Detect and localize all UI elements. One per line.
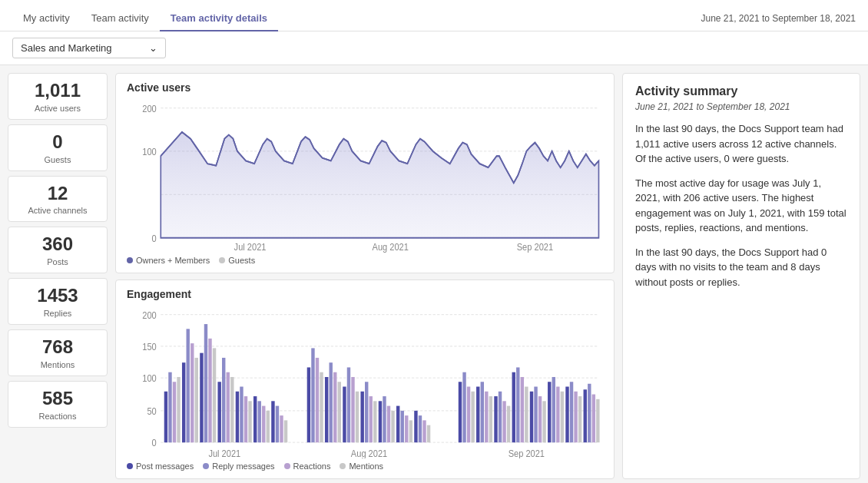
engagement-chart-area: 200 150 100 50 0	[127, 305, 603, 459]
svg-rect-50	[316, 357, 319, 442]
svg-rect-89	[516, 367, 519, 442]
stat-guests: 0 Guests	[8, 124, 108, 171]
svg-rect-82	[485, 391, 488, 442]
active-users-chart-card: Active users 200 100 0	[115, 73, 615, 273]
chevron-down-icon: ⌄	[149, 42, 157, 54]
svg-rect-42	[262, 405, 265, 442]
svg-rect-39	[248, 401, 251, 442]
svg-rect-37	[240, 386, 243, 442]
svg-rect-69	[401, 410, 404, 442]
svg-rect-58	[351, 376, 354, 442]
team-dropdown-value: Sales and Marketing	[21, 42, 112, 54]
stat-posts: 360 Posts	[8, 227, 108, 273]
legend-label-mentions: Mentions	[349, 461, 383, 471]
svg-text:100: 100	[142, 372, 157, 384]
stat-active-channels: 12 Active channels	[8, 176, 108, 223]
svg-rect-51	[320, 372, 323, 442]
svg-rect-77	[462, 372, 465, 442]
svg-rect-78	[467, 386, 470, 442]
legend-label-owners: Owners + Members	[136, 256, 210, 265]
svg-rect-81	[481, 382, 484, 442]
stat-replies-label: Replies	[18, 309, 98, 318]
svg-rect-64	[379, 401, 382, 442]
svg-rect-29	[204, 324, 207, 442]
summary-paragraph-2: The most active day for usage was July 1…	[635, 176, 847, 236]
legend-mentions: Mentions	[340, 461, 383, 471]
svg-rect-41	[258, 401, 261, 442]
charts-panel: Active users 200 100 0	[115, 73, 615, 479]
svg-rect-59	[356, 391, 359, 442]
svg-rect-72	[414, 410, 417, 442]
svg-rect-90	[521, 376, 524, 442]
svg-rect-70	[405, 415, 408, 442]
svg-rect-106	[592, 394, 595, 442]
svg-rect-107	[596, 399, 599, 442]
svg-rect-65	[383, 396, 386, 442]
legend-post-messages: Post messages	[127, 461, 194, 471]
stat-active-users-label: Active users	[18, 104, 98, 113]
svg-rect-24	[182, 362, 185, 442]
svg-rect-49	[311, 348, 314, 442]
svg-rect-92	[530, 391, 533, 442]
svg-rect-25	[187, 329, 190, 442]
svg-rect-68	[396, 405, 399, 442]
svg-rect-56	[343, 386, 346, 442]
svg-rect-34	[227, 372, 230, 442]
svg-rect-44	[271, 401, 274, 442]
svg-text:200: 200	[142, 103, 157, 114]
svg-rect-85	[499, 391, 502, 442]
svg-text:100: 100	[142, 146, 157, 157]
svg-rect-73	[419, 415, 422, 442]
svg-rect-45	[276, 405, 279, 442]
tab-team-activity[interactable]: Team activity	[81, 6, 160, 31]
legend-dot-reactions	[284, 463, 290, 469]
engagement-chart-title: Engagement	[127, 288, 603, 300]
stat-reactions-label: Reactions	[18, 412, 98, 421]
svg-rect-80	[476, 386, 479, 442]
svg-rect-26	[190, 343, 194, 442]
stat-guests-number: 0	[18, 131, 98, 154]
stat-guests-label: Guests	[18, 155, 98, 164]
engagement-chart-card: Engagement 200 150 100 50 0	[115, 280, 615, 480]
stat-mentions: 768 Mentions	[8, 329, 108, 376]
svg-rect-102	[574, 391, 577, 442]
svg-rect-98	[556, 386, 559, 442]
svg-rect-40	[253, 396, 257, 442]
legend-reactions: Reactions	[284, 461, 331, 471]
stat-replies-number: 1453	[18, 285, 98, 307]
stat-active-users-number: 1,011	[18, 80, 98, 102]
svg-rect-31	[213, 348, 216, 442]
svg-rect-57	[347, 367, 350, 442]
svg-rect-48	[307, 367, 310, 442]
tab-team-activity-details[interactable]: Team activity details	[160, 6, 278, 31]
tab-my-activity[interactable]: My activity	[12, 6, 81, 31]
stat-mentions-label: Mentions	[18, 360, 98, 369]
team-dropdown[interactable]: Sales and Marketing ⌄	[12, 38, 166, 58]
svg-text:150: 150	[142, 341, 157, 352]
svg-rect-20	[164, 391, 167, 442]
svg-rect-97	[552, 376, 555, 442]
svg-rect-74	[422, 420, 426, 442]
svg-rect-76	[459, 382, 462, 442]
stat-posts-label: Posts	[18, 257, 98, 266]
svg-rect-83	[489, 396, 492, 442]
active-users-legend: Owners + Members Guests	[127, 256, 603, 265]
active-users-chart-title: Active users	[127, 81, 603, 94]
svg-rect-86	[502, 401, 505, 442]
svg-rect-95	[542, 401, 545, 442]
legend-dot-guests	[219, 257, 225, 263]
legend-owners-members: Owners + Members	[127, 256, 210, 265]
svg-rect-71	[409, 420, 412, 442]
engagement-legend: Post messages Reply messages Reactions M…	[127, 461, 603, 471]
svg-rect-87	[507, 405, 510, 442]
date-range-label: June 21, 2021 to September 18, 2021	[701, 13, 856, 24]
svg-text:0: 0	[152, 233, 157, 244]
svg-rect-88	[512, 372, 515, 442]
legend-label-reply: Reply messages	[212, 461, 274, 471]
svg-rect-103	[578, 396, 581, 442]
svg-rect-101	[570, 382, 573, 442]
stat-reactions-number: 585	[18, 388, 98, 410]
svg-rect-55	[338, 382, 341, 442]
svg-rect-62	[369, 396, 373, 442]
legend-label-reactions: Reactions	[293, 461, 331, 471]
